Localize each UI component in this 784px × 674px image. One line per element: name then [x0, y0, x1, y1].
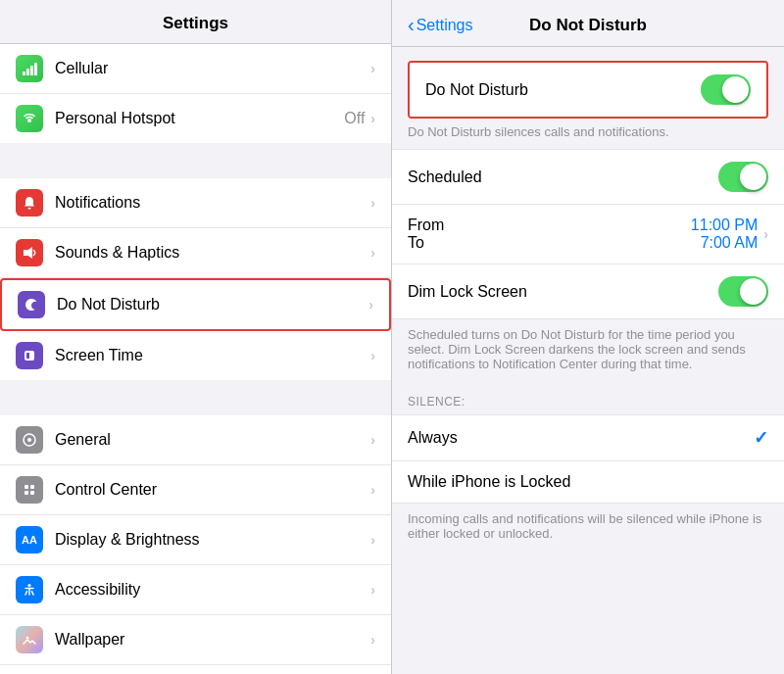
wallpaper-icon — [16, 626, 43, 653]
settings-group-alerts: Notifications › Sounds & Haptics › — [0, 178, 391, 380]
left-panel-header: Settings — [0, 0, 391, 44]
iphone-locked-description: Incoming calls and notifications will be… — [392, 504, 784, 551]
always-row[interactable]: Always ✓ — [392, 415, 784, 461]
dnd-label: Do Not Disturb — [57, 296, 368, 313]
cellular-icon — [16, 55, 43, 82]
notifications-label: Notifications — [55, 194, 370, 212]
sidebar-item-cellular[interactable]: Cellular › — [0, 44, 391, 94]
sounds-icon — [16, 239, 43, 266]
general-label: General — [55, 431, 370, 449]
screentime-chevron: › — [370, 348, 375, 363]
accessibility-label: Accessibility — [55, 581, 370, 599]
scheduled-label: Scheduled — [408, 168, 718, 186]
hotspot-icon — [16, 105, 43, 132]
scheduled-toggle-thumb — [740, 164, 766, 190]
sidebar-item-hotspot[interactable]: Personal Hotspot Off › — [0, 94, 391, 143]
cellular-label: Cellular — [55, 60, 370, 77]
notifications-icon — [16, 189, 43, 217]
settings-list: Cellular › Personal Hotspot Off › — [0, 44, 391, 674]
sidebar-item-general[interactable]: General › — [0, 415, 391, 465]
right-panel-content: Do Not Disturb Do Not Disturb silences c… — [392, 47, 784, 674]
dim-lock-row: Dim Lock Screen — [392, 265, 784, 318]
from-to-chevron: › — [763, 226, 768, 242]
accessibility-icon — [16, 576, 43, 603]
dnd-toggle-thumb — [722, 76, 749, 103]
dnd-right-panel: ‹ Settings Do Not Disturb Do Not Disturb… — [392, 0, 784, 674]
dnd-main-section: Do Not Disturb — [408, 61, 768, 119]
sidebar-item-control-center[interactable]: Control Center › — [0, 465, 391, 515]
svg-rect-11 — [24, 485, 28, 489]
separator-2 — [0, 380, 391, 415]
sidebar-item-accessibility[interactable]: Accessibility › — [0, 565, 391, 615]
svg-rect-1 — [26, 69, 29, 75]
back-button[interactable]: ‹ Settings — [408, 14, 472, 36]
settings-group-device: General › Control Center › AA — [0, 415, 391, 674]
svg-rect-0 — [23, 72, 25, 75]
from-label: From — [408, 217, 691, 234]
dnd-description: Do Not Disturb silences calls and notifi… — [392, 119, 784, 149]
sidebar-item-dnd[interactable]: Do Not Disturb › — [0, 278, 391, 331]
sidebar-item-wallpaper[interactable]: Wallpaper › — [0, 615, 391, 665]
sounds-label: Sounds & Haptics — [55, 244, 370, 262]
silence-section: Always ✓ While iPhone is Locked — [392, 414, 784, 504]
wallpaper-chevron: › — [370, 632, 375, 648]
dnd-toggle-row: Do Not Disturb — [410, 63, 766, 117]
svg-rect-2 — [30, 66, 33, 75]
screentime-icon — [16, 342, 43, 369]
control-center-chevron: › — [370, 482, 375, 498]
silence-header: SILENCE: — [392, 381, 784, 414]
from-time: 11:00 PM — [691, 217, 758, 234]
dnd-icon — [18, 291, 45, 318]
general-icon — [16, 426, 43, 454]
sidebar-item-sounds[interactable]: Sounds & Haptics › — [0, 228, 391, 278]
sidebar-item-siri[interactable]: Siri & Search › — [0, 665, 391, 674]
display-chevron: › — [370, 532, 375, 548]
svg-point-16 — [26, 637, 29, 640]
accessibility-chevron: › — [370, 582, 375, 598]
scheduled-note: Scheduled turns on Do Not Disturb for th… — [392, 319, 784, 381]
dim-lock-toggle[interactable] — [718, 276, 768, 307]
sidebar-item-display[interactable]: AA Display & Brightness › — [0, 515, 391, 565]
from-to-labels: From To — [408, 217, 691, 252]
svg-point-10 — [27, 438, 31, 442]
to-time: 7:00 AM — [701, 234, 759, 252]
back-chevron-icon: ‹ — [408, 14, 415, 36]
screentime-label: Screen Time — [55, 347, 370, 364]
hotspot-chevron: › — [370, 111, 375, 126]
dnd-chevron: › — [368, 297, 373, 313]
sounds-chevron: › — [370, 245, 375, 261]
back-label: Settings — [416, 17, 473, 34]
svg-rect-14 — [30, 491, 34, 495]
separator-1 — [0, 143, 391, 178]
dim-lock-toggle-thumb — [740, 278, 766, 305]
right-panel-header: ‹ Settings Do Not Disturb — [392, 0, 784, 47]
display-label: Display & Brightness — [55, 531, 370, 549]
sidebar-item-screentime[interactable]: Screen Time › — [0, 331, 391, 380]
dim-lock-label: Dim Lock Screen — [408, 283, 718, 301]
always-label: Always — [408, 429, 754, 447]
display-icon: AA — [16, 526, 43, 554]
control-center-label: Control Center — [55, 481, 370, 499]
notifications-chevron: › — [370, 195, 375, 211]
svg-rect-8 — [26, 353, 29, 359]
while-locked-label: While iPhone is Locked — [408, 473, 768, 491]
from-to-row[interactable]: From To 11:00 PM 7:00 AM › — [392, 205, 784, 265]
right-panel-title: Do Not Disturb — [529, 16, 647, 35]
svg-rect-5 — [28, 208, 31, 210]
dnd-toggle[interactable] — [701, 74, 751, 105]
svg-rect-12 — [30, 485, 34, 489]
general-chevron: › — [370, 432, 375, 448]
dnd-main-label: Do Not Disturb — [425, 81, 701, 99]
scheduled-row: Scheduled — [392, 150, 784, 205]
cellular-chevron: › — [370, 61, 375, 76]
sidebar-item-notifications[interactable]: Notifications › — [0, 178, 391, 228]
always-checkmark: ✓ — [754, 427, 768, 449]
scheduled-toggle[interactable] — [718, 162, 768, 192]
while-locked-row[interactable]: While iPhone is Locked — [392, 461, 784, 503]
control-center-icon — [16, 476, 43, 504]
svg-rect-6 — [24, 250, 27, 256]
to-label: To — [408, 234, 691, 252]
svg-point-4 — [27, 119, 31, 122]
svg-rect-13 — [24, 491, 28, 495]
wallpaper-label: Wallpaper — [55, 631, 370, 649]
